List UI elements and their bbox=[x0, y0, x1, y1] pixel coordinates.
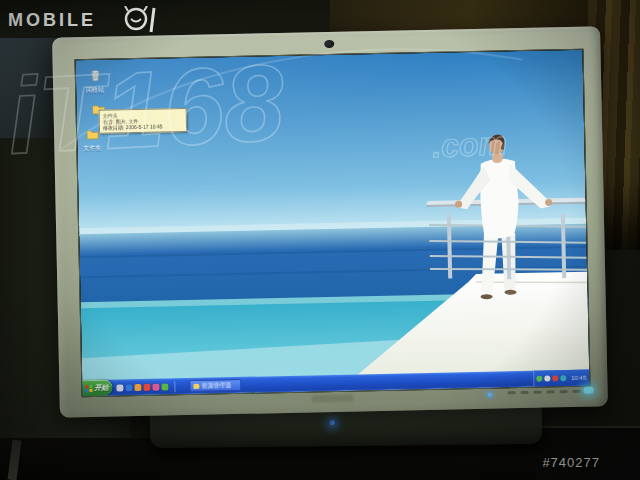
network-tray-icon[interactable] bbox=[560, 375, 566, 381]
antivirus-tray-icon[interactable] bbox=[536, 376, 542, 382]
screen: 回收站 文件夹 文件夹 包含: 图片, 文件 修改日期: 2006-5-17 1… bbox=[75, 49, 591, 398]
task-button-label: 资源管理器 bbox=[201, 381, 231, 391]
tooltip-line: 修改日期: 2006-5-17 10:45 bbox=[103, 123, 183, 131]
power-led bbox=[330, 420, 335, 425]
taskbar-clock[interactable]: 10:45 bbox=[568, 375, 586, 381]
media-player-icon[interactable] bbox=[134, 383, 141, 390]
dark-device bbox=[535, 426, 640, 480]
qq-icon[interactable] bbox=[152, 383, 159, 390]
open-window-task-button[interactable]: 资源管理器 bbox=[189, 379, 241, 392]
alert-tray-icon[interactable] bbox=[552, 375, 558, 381]
folder-tooltip: 文件夹 包含: 图片, 文件 修改日期: 2006-5-17 10:45 bbox=[99, 108, 187, 134]
recycle-bin-icon bbox=[88, 69, 101, 82]
start-button[interactable]: 开始 bbox=[82, 380, 112, 397]
monitor-bezel: 回收站 文件夹 文件夹 包含: 图片, 文件 修改日期: 2006-5-17 1… bbox=[52, 26, 608, 417]
windows-flag-icon bbox=[85, 384, 92, 392]
osd-buttons bbox=[508, 390, 581, 395]
taskbar-empty-area bbox=[241, 379, 533, 385]
folder-icon bbox=[86, 129, 99, 140]
power-button[interactable] bbox=[584, 387, 594, 394]
desktop-icon-recycle-bin[interactable]: 回收站 bbox=[78, 68, 113, 95]
monitor-brand-logo bbox=[312, 395, 354, 403]
osd-button[interactable] bbox=[521, 391, 529, 394]
mail-icon[interactable] bbox=[161, 383, 168, 390]
osd-button[interactable] bbox=[547, 390, 555, 393]
photo-of-monitor: 回收站 文件夹 文件夹 包含: 图片, 文件 修改日期: 2006-5-17 1… bbox=[0, 0, 640, 480]
osd-button[interactable] bbox=[534, 391, 542, 394]
osd-button[interactable] bbox=[573, 390, 581, 393]
desktop-wallpaper bbox=[76, 50, 590, 397]
window-icon bbox=[193, 383, 199, 388]
icon-label: 回收站 bbox=[78, 87, 112, 95]
webcam-icon bbox=[324, 40, 334, 48]
internet-explorer-icon[interactable] bbox=[125, 384, 132, 391]
volume-tray-icon[interactable] bbox=[544, 375, 550, 381]
system-tray: 10:45 bbox=[533, 370, 589, 387]
quick-launch-bar bbox=[112, 383, 172, 391]
messenger-icon[interactable] bbox=[143, 383, 150, 390]
icon-label: 文件夹 bbox=[75, 145, 109, 153]
osd-button[interactable] bbox=[508, 391, 516, 394]
start-label: 开始 bbox=[94, 383, 108, 393]
show-desktop-icon[interactable] bbox=[116, 384, 123, 391]
status-led bbox=[488, 393, 492, 397]
taskbar-separator bbox=[174, 381, 175, 392]
osd-button[interactable] bbox=[560, 390, 568, 393]
photo-id: #740277 bbox=[542, 455, 600, 470]
